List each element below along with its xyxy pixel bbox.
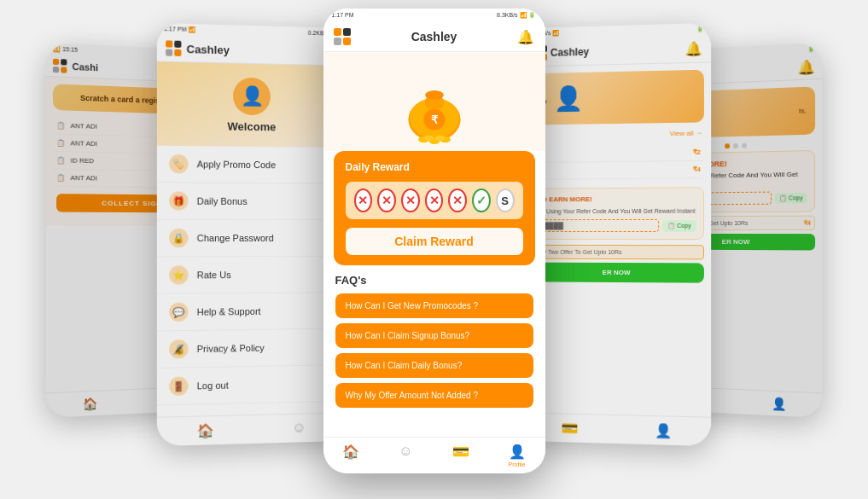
profile-label: Profile [509,461,526,467]
copy-icon: 📋 [667,222,675,228]
daily-reward-card: Daily Reward ✕ ✕ ✕ ✕ ✕ ✓ S Claim Reward [334,151,535,265]
menu-item-promo[interactable]: 🏷️ Apply Promo Code [157,146,344,184]
earn-title: TO EARN MORE! [538,194,696,203]
item-icon: 📋 [56,139,65,147]
network-battery: 8.3KB/s 📶 🔋 [497,12,536,19]
welcome-text: Welcome [228,120,277,134]
transaction-list: Sol ₹2 Sol ₹4 [524,141,712,183]
logo-sq [61,59,67,65]
profile-icon: 👤 [509,444,526,460]
app-name: Cashi [73,61,98,73]
daily-reward-title: Daily Reward [346,161,523,173]
item-icon: 📋 [56,156,65,164]
logout-icon: 🚪 [169,376,188,396]
logo-icon [53,59,67,73]
svg-text:₹: ₹ [431,114,439,126]
nav-profile[interactable]: 👤 Profile [509,444,526,467]
star-icon: ⭐ [169,265,188,284]
list-item: Sol ₹2 [530,144,704,163]
bell-icon[interactable]: 🔔 [517,29,534,45]
promo-badge: Buy Two Offer To Get Upto 10Rs [530,245,704,259]
svg-point-3 [425,90,444,100]
menu-item-label: Change Password [197,233,274,243]
copy-label: Copy [789,194,803,200]
view-all-link[interactable]: View all → [670,130,702,138]
faq-label: Why My Offer Amount Not Added ? [346,391,478,400]
faqs-title: FAQ's [335,274,533,287]
app-name: Cashley [187,43,230,56]
time-label: 📶 15:15 [53,45,78,54]
faq-item-4[interactable]: Why My Offer Amount Not Added ? [335,383,533,408]
faq-item-1[interactable]: How Can I Get New Promocodes ? [335,293,533,318]
menu-item-label: Daily Bonus [197,196,248,206]
nav-home[interactable]: 🏠 [342,444,359,467]
menu-item-daily-bonus[interactable]: 🎁 Daily Bonus [157,183,344,220]
profile-nav-icon[interactable]: 👤 [655,422,672,439]
app-name: Cashley [551,45,589,58]
faq-label: How Can I Claim Daily Bonus? [346,361,463,370]
home-icon: 🏠 [342,444,359,460]
logo-sq [174,41,181,48]
game-nav-icon[interactable]: ☺ [292,420,306,436]
promo-text: Buy Two Offer To Get Upto 10Rs [536,249,621,255]
menu-item-label: Privacy & Policy [197,343,265,354]
dot [742,143,747,148]
lock-icon: 🔒 [169,229,188,247]
register-label: ER NOW [722,238,750,246]
logo-sq-top-right [343,28,351,36]
welcome-section: 👤 Welcome [157,61,344,148]
logo-sq [61,67,67,73]
battery-label: 🔋 [807,45,815,53]
logo-sq [174,49,181,56]
privacy-icon: 🔏 [169,339,188,359]
header: Cashley 🔔 [524,35,712,67]
avatar: 👤 [233,78,271,116]
nav-wallet[interactable]: 💳 [452,444,469,467]
item-icon: 📋 [56,121,65,129]
banner-icon: 👤 [554,84,583,113]
logo-sq [166,40,172,47]
money-bag-section: ₹ [323,52,545,151]
reward-circle-4: ✕ [425,189,444,212]
claim-reward-button[interactable]: Claim Reward [346,228,523,255]
list-item: Sol ₹4 [530,161,704,180]
dot [725,143,730,148]
menu-item-change-password[interactable]: 🔒 Change Password [157,220,344,258]
menu-item-logout[interactable]: 🚪 Log out [157,365,344,406]
item-icon: 📋 [56,174,65,182]
menu-item-help[interactable]: 💬 Help & Support [157,293,344,331]
faq-label: How Can I Claim Signup Bonus? [346,331,470,340]
profile-nav-icon[interactable]: 👤 [771,397,785,411]
item-label: ANT ADI [70,174,97,183]
copy-label: Copy [677,222,691,228]
register-button[interactable]: ER NOW [530,263,704,283]
app-header: Cashley 🔔 [323,22,545,52]
reward-circle-6: ✓ [472,189,491,212]
copy-button[interactable]: 📋 Copy [775,193,807,204]
claim-reward-label: Claim Reward [394,235,474,248]
earn-desc: By Using Your Refer Code And You Will Ge… [538,208,696,215]
money-bag-illustration: ₹ [396,67,473,144]
logo-icon [166,40,181,56]
item-label: ANT ADI [70,139,97,148]
nav-offers[interactable]: ☺ [399,444,412,467]
logo-icon [334,28,351,45]
logo-sq [53,59,59,65]
menu-item-rate-us[interactable]: ⭐ Rate Us [157,257,344,294]
time-label: 1:17 PM [332,12,354,19]
bell-icon: 🔔 [685,40,702,57]
home-nav-icon[interactable]: 🏠 [197,422,214,439]
collect-label: COLLECT SIGN [102,200,162,208]
faq-item-2[interactable]: How Can I Claim Signup Bonus? [335,323,533,348]
app-name: Cashley [411,30,457,44]
copy-button[interactable]: 📋 Copy [662,219,696,231]
menu-item-label: Log out [197,380,229,392]
mid-right-phone: 8.3KB/s 📶 🔋 Cashley 🔔 Is, 👤 View all → S… [524,23,712,446]
svg-point-9 [424,136,434,141]
menu-item-privacy[interactable]: 🔏 Privacy & Policy [157,329,344,368]
wallet-nav-icon[interactable]: 💳 [562,420,579,436]
faq-item-3[interactable]: How Can I Claim Daily Bonus? [335,353,533,378]
home-icon[interactable]: 🏠 [83,397,97,411]
faqs-section: FAQ's How Can I Get New Promocodes ? How… [323,265,545,408]
mid-left-phone: 1:17 PM 📶 0.2KB/s 🔋 Cashley 👤 Welcome 🏷️… [157,23,344,446]
